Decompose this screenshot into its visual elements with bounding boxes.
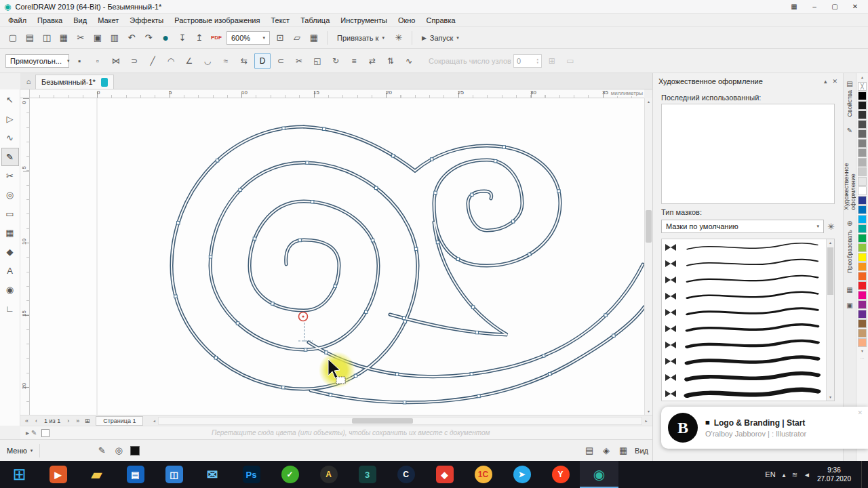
tab-artistic-media[interactable]: ✎ Художественное оформление — [843, 127, 856, 210]
minimize-button[interactable]: – — [804, 1, 825, 13]
view-quality-icon[interactable]: ◈ — [599, 443, 614, 458]
last-used-list[interactable] — [661, 104, 835, 204]
zoom-tool[interactable]: ◎ — [1, 186, 19, 204]
color-swatch[interactable] — [858, 310, 867, 319]
pdf-icon[interactable]: PDF — [209, 30, 224, 45]
docker-close-icon[interactable]: ✕ — [832, 78, 837, 85]
text-tool[interactable]: А — [1, 262, 19, 280]
curve-node[interactable] — [214, 357, 217, 359]
show-rulers-icon[interactable]: ▱ — [290, 30, 304, 45]
curve-node[interactable] — [282, 127, 285, 129]
smooth-node-icon[interactable]: ◡ — [199, 53, 216, 69]
curve-node[interactable] — [236, 322, 239, 325]
workspace-icon[interactable]: ▦ — [784, 1, 804, 13]
spin-down-icon[interactable]: ▾ — [536, 61, 538, 64]
curve-node[interactable] — [209, 256, 212, 258]
palette-expand-icon[interactable]: … — [861, 354, 865, 361]
paste-icon[interactable]: ▥ — [107, 30, 122, 45]
curve-node[interactable] — [612, 334, 615, 337]
taskbar-3ds-app[interactable]: 3 — [348, 461, 387, 488]
scrollbar-thumb[interactable] — [352, 418, 413, 424]
redo-icon[interactable]: ↷ — [141, 30, 156, 45]
stroke-preset[interactable] — [662, 369, 826, 386]
color-swatch[interactable] — [858, 319, 867, 328]
fill-color-chip[interactable] — [130, 446, 140, 455]
color-swatch[interactable] — [858, 167, 867, 176]
color-swatch[interactable] — [858, 186, 867, 195]
reflect-v-icon[interactable]: ⇅ — [382, 53, 399, 69]
curve-node[interactable] — [436, 241, 439, 243]
page-tab[interactable]: Страница 1 — [96, 416, 143, 426]
vertical-ruler[interactable]: 05101520 — [20, 98, 30, 415]
undo-icon[interactable]: ↶ — [124, 30, 139, 45]
color-swatch[interactable] — [858, 120, 867, 129]
taskbar-word-app[interactable]: ▤ — [116, 461, 155, 488]
prev-page-icon[interactable]: ‹ — [32, 418, 41, 424]
color-swatch[interactable] — [858, 281, 867, 290]
curve-node[interactable] — [282, 386, 285, 389]
curve-node[interactable] — [271, 302, 274, 305]
new-document-icon[interactable]: ▢ — [5, 30, 20, 45]
palette-scroll-up-icon[interactable]: ▴ — [861, 75, 863, 81]
show-desktop-button[interactable] — [861, 461, 865, 488]
spiral-tool[interactable]: ◉ — [1, 281, 19, 299]
curve-node[interactable] — [371, 239, 374, 242]
menu-item[interactable]: Текст — [265, 14, 295, 26]
outline-pen-icon[interactable]: ✎ — [94, 443, 109, 458]
curve-node[interactable] — [365, 310, 368, 313]
curve-node[interactable] — [434, 191, 437, 194]
next-page-icon[interactable]: › — [64, 418, 73, 424]
close-icon[interactable]: ✕ — [857, 409, 863, 416]
fill-tool[interactable]: ◆ — [1, 243, 19, 261]
break-curve-icon[interactable]: ⊃ — [126, 53, 142, 69]
curve-node[interactable] — [402, 317, 405, 319]
stroke-options-gear-icon[interactable]: ✳ — [827, 222, 835, 232]
scrollbar-thumb[interactable] — [646, 210, 652, 243]
menu-item[interactable]: Справка — [420, 14, 460, 26]
curve-node[interactable] — [477, 394, 480, 397]
shape-tool[interactable]: ▷ — [1, 110, 19, 128]
curve-node[interactable] — [528, 253, 531, 256]
curve-node[interactable] — [494, 160, 497, 163]
clock[interactable]: 9:36 27.07.2020 — [817, 466, 851, 483]
curve-node[interactable] — [375, 186, 378, 189]
extend-curve-icon[interactable]: ⊂ — [273, 53, 289, 69]
curve-node[interactable] — [334, 285, 336, 287]
smoothness-spinner[interactable]: 0 ▴ ▾ — [513, 54, 542, 68]
reflect-h-icon[interactable]: ⇄ — [364, 53, 380, 69]
scroll-left-icon[interactable]: ◂ — [150, 418, 158, 424]
cut-icon[interactable]: ✂ — [73, 30, 88, 45]
color-swatch[interactable] — [858, 272, 867, 281]
close-button[interactable]: ✕ — [845, 1, 865, 13]
color-swatch[interactable] — [858, 291, 867, 300]
taskbar-photoshop[interactable]: Ps — [232, 461, 271, 488]
curve-node[interactable] — [557, 190, 560, 192]
palette-manager-icon[interactable]: ▦ — [846, 286, 852, 293]
color-swatch[interactable] — [858, 139, 867, 148]
dimension-tool[interactable]: ∟ — [1, 300, 19, 318]
curve-node[interactable] — [502, 146, 505, 148]
color-swatch[interactable] — [858, 329, 867, 338]
curve-node[interactable] — [511, 220, 514, 223]
scroll-up-icon[interactable]: ▴ — [645, 98, 652, 105]
reverse-direction-icon[interactable]: ⇆ — [236, 53, 252, 69]
ruler-origin[interactable] — [20, 89, 30, 98]
color-swatch[interactable] — [858, 110, 867, 119]
menu-item[interactable]: Правка — [32, 14, 68, 26]
menu-item[interactable]: Инструменты — [335, 14, 393, 26]
color-swatch[interactable]: ╳ — [858, 82, 867, 91]
curve-node[interactable] — [177, 222, 180, 224]
close-curve-icon[interactable]: D — [254, 53, 271, 69]
stroke-category-select[interactable]: Мазки по умолчанию ▾ — [661, 220, 824, 233]
stroke-preset[interactable] — [662, 353, 826, 369]
curve-node[interactable] — [306, 161, 309, 164]
network-icon[interactable]: ≋ — [792, 471, 797, 479]
proof-colors-icon[interactable]: ▦ — [616, 443, 631, 458]
horizontal-scrollbar[interactable]: ◂ ▸ — [150, 416, 650, 426]
launch-select[interactable]: ▶ Запуск ▾ — [418, 34, 463, 42]
color-swatch[interactable] — [858, 262, 867, 271]
zoom-level-select[interactable]: 600% ▾ — [226, 31, 270, 45]
curve-node[interactable] — [239, 188, 241, 191]
spinner-arrows[interactable]: ▴ ▾ — [536, 58, 538, 64]
copy-icon[interactable]: ▣ — [90, 30, 105, 45]
